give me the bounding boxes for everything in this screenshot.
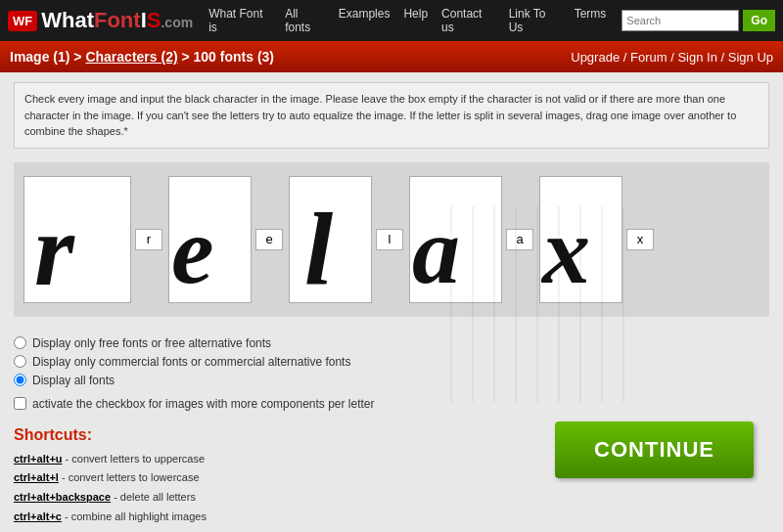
nav-links: What Font is All fonts Examples Help Con… bbox=[208, 7, 606, 34]
svg-text:x: x bbox=[540, 198, 590, 302]
search-area: Go bbox=[622, 10, 775, 31]
nav-terms[interactable]: Terms bbox=[575, 7, 607, 34]
option-commercial-fonts-label: Display only commercial fonts or commerc… bbox=[32, 355, 350, 369]
char-group-x: x bbox=[539, 176, 654, 303]
char-group-r: r bbox=[23, 176, 162, 303]
continue-button[interactable]: CONTINUE bbox=[555, 421, 754, 478]
upgrade-links: Upgrade / Forum / Sign In / Sign Up bbox=[571, 50, 773, 65]
shortcut-desc-2: - convert letters to lowercase bbox=[59, 471, 200, 483]
shortcut-key-3: ctrl+alt+backspace bbox=[14, 491, 111, 503]
shortcut-key-2: ctrl+alt+l bbox=[14, 471, 59, 483]
checkbox-label: activate the checkbox for images with mo… bbox=[32, 397, 375, 411]
header: WF WhatFontIS.com What Font is All fonts… bbox=[0, 0, 783, 41]
forum-link[interactable]: Forum bbox=[630, 50, 668, 65]
char-svg-r: r bbox=[24, 177, 130, 302]
logo-area: WF WhatFontIS.com bbox=[8, 8, 193, 33]
option-row-1: Display only free fonts or free alternat… bbox=[14, 336, 769, 350]
char-image-e: e bbox=[168, 176, 252, 303]
option-row-3: Display all fonts bbox=[14, 374, 769, 387]
option-free-fonts[interactable] bbox=[14, 336, 26, 349]
subheader: Image (1) > Characters (2) > 100 fonts (… bbox=[0, 41, 783, 72]
char-input-a[interactable] bbox=[506, 229, 533, 250]
upgrade-link[interactable]: Upgrade bbox=[571, 50, 620, 65]
nav-contact-us[interactable]: Contact us bbox=[441, 7, 495, 34]
shortcut-key-1: ctrl+alt+u bbox=[14, 453, 63, 465]
shortcut-desc-4: - combine all highlight images bbox=[62, 510, 207, 522]
option-row-2: Display only commercial fonts or commerc… bbox=[14, 355, 769, 369]
svg-text:r: r bbox=[34, 193, 75, 302]
checkbox-row: activate the checkbox for images with mo… bbox=[14, 397, 769, 411]
shortcut-item-3: ctrl+alt+backspace - delete all letters bbox=[14, 488, 769, 508]
nav-link-to-us[interactable]: Link To Us bbox=[509, 7, 561, 34]
char-input-e[interactable] bbox=[255, 229, 283, 250]
char-image-x: x bbox=[539, 176, 622, 303]
nav-all-fonts[interactable]: All fonts bbox=[285, 7, 325, 34]
svg-text:a: a bbox=[412, 198, 460, 302]
svg-text:e: e bbox=[171, 198, 214, 302]
char-image-r: r bbox=[23, 176, 131, 303]
sign-in-link[interactable]: Sign In bbox=[677, 50, 716, 65]
char-svg-l: l bbox=[290, 177, 371, 302]
shortcut-desc-1: - convert letters to uppercase bbox=[63, 453, 206, 465]
more-components-checkbox[interactable] bbox=[14, 397, 26, 410]
char-input-l[interactable] bbox=[376, 229, 403, 250]
option-all-fonts-label: Display all fonts bbox=[32, 374, 115, 387]
nav-examples[interactable]: Examples bbox=[339, 7, 391, 34]
char-group-a: a bbox=[409, 176, 533, 303]
sign-up-link[interactable]: Sign Up bbox=[728, 50, 773, 65]
char-svg-e: e bbox=[169, 177, 251, 302]
search-button[interactable]: Go bbox=[743, 10, 775, 31]
char-input-r[interactable] bbox=[135, 229, 162, 250]
options-area: Display only free fonts or free alternat… bbox=[14, 336, 769, 387]
char-svg-a: a bbox=[410, 177, 501, 302]
logo-text: WhatFontIS.com bbox=[41, 8, 193, 33]
shortcut-item-4: ctrl+alt+c - combine all highlight image… bbox=[14, 508, 769, 527]
option-commercial-fonts[interactable] bbox=[14, 355, 26, 368]
breadcrumb-characters-link[interactable]: Characters (2) bbox=[85, 49, 177, 65]
shortcut-key-4: ctrl+alt+c bbox=[14, 510, 62, 522]
char-group-e: e bbox=[168, 176, 283, 303]
option-all-fonts[interactable] bbox=[14, 374, 26, 386]
char-image-l: l bbox=[289, 176, 372, 303]
logo-badge[interactable]: WF bbox=[8, 11, 37, 31]
search-input[interactable] bbox=[622, 10, 739, 31]
char-image-a: a bbox=[409, 176, 502, 303]
char-input-x[interactable] bbox=[626, 229, 654, 250]
breadcrumb: Image (1) > Characters (2) > 100 fonts (… bbox=[10, 49, 274, 65]
main-content: Check every image and input the black ch… bbox=[0, 72, 783, 532]
shortcut-desc-3: - delete all letters bbox=[111, 491, 196, 503]
char-svg-x: x bbox=[540, 177, 622, 302]
nav-help[interactable]: Help bbox=[403, 7, 428, 34]
svg-text:l: l bbox=[304, 193, 334, 302]
char-group-l: l bbox=[289, 176, 403, 303]
nav-what-font-is[interactable]: What Font is bbox=[208, 7, 271, 34]
instructions: Check every image and input the black ch… bbox=[14, 82, 769, 149]
option-free-fonts-label: Display only free fonts or free alternat… bbox=[32, 336, 271, 350]
characters-area: r e l a bbox=[14, 162, 769, 317]
